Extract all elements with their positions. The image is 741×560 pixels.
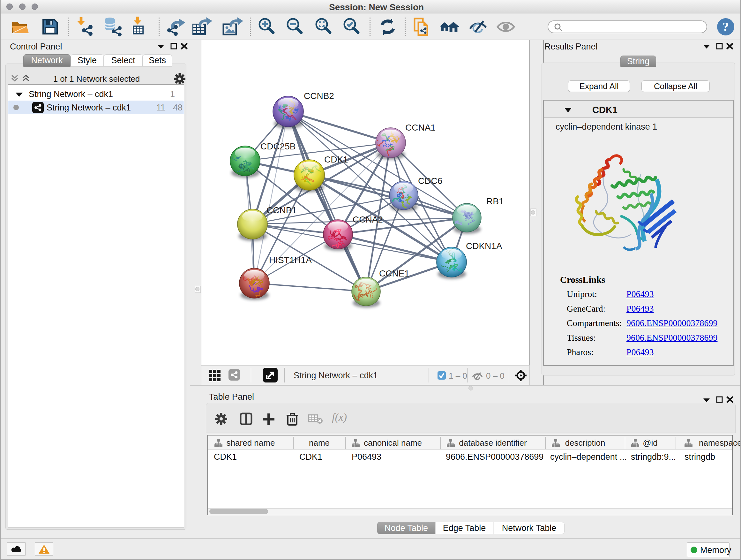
svg-text:CCNB1: CCNB1 xyxy=(266,205,297,215)
svg-text:CDK1: CDK1 xyxy=(324,154,348,165)
svg-text:CCNA2: CCNA2 xyxy=(353,214,383,225)
svg-text:CDC25B: CDC25B xyxy=(260,141,295,151)
svg-text:CCNB2: CCNB2 xyxy=(304,91,334,101)
svg-text:CCNA1: CCNA1 xyxy=(405,123,435,132)
svg-text:CDKN1A: CDKN1A xyxy=(466,241,502,251)
svg-text:?: ? xyxy=(723,19,729,34)
svg-text:HIST1H1A: HIST1H1A xyxy=(269,255,312,265)
svg-text:CCNE1: CCNE1 xyxy=(379,268,409,278)
svg-text:CDC6: CDC6 xyxy=(418,176,442,186)
svg-text:RB1: RB1 xyxy=(486,196,503,206)
